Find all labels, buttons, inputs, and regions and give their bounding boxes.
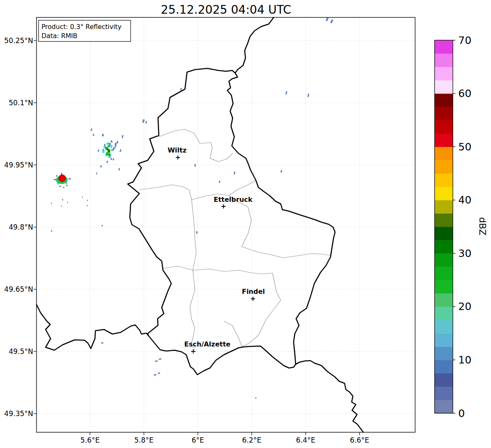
radar-echo-cell bbox=[62, 199, 63, 201]
y-axis-labels: 50.25°N 50.1°N 49.95°N 49.8°N 49.65°N 49… bbox=[4, 36, 33, 418]
colorbar-segment bbox=[435, 346, 453, 360]
radar-echo-cell bbox=[67, 202, 68, 203]
radar-echo-cell bbox=[106, 152, 109, 155]
radar-echo-cell bbox=[108, 150, 109, 152]
radar-echo-cell bbox=[255, 397, 256, 399]
radar-echo-cell bbox=[119, 168, 120, 170]
colorbar-segment bbox=[435, 40, 453, 54]
colorbar-segment bbox=[435, 266, 453, 280]
radar-echo-cell bbox=[109, 153, 111, 156]
colorbar-segment bbox=[435, 213, 453, 227]
product-info-box: Product: 0.3° Reflectivity Data: RMIB bbox=[39, 20, 131, 41]
cbar-tick: 20 bbox=[458, 300, 472, 312]
colorbar-segment bbox=[435, 387, 453, 400]
colorbar-tick-labels: 70 60 50 40 30 20 10 0 bbox=[458, 34, 472, 419]
colorbar-segment bbox=[435, 53, 453, 67]
x-tick: 6°E bbox=[192, 436, 204, 444]
colorbar-segment bbox=[435, 320, 453, 334]
city-label: Esch/Alzette bbox=[184, 340, 231, 348]
radar-echo-cell bbox=[104, 144, 105, 146]
cbar-tick: 50 bbox=[458, 141, 472, 153]
y-tick: 50.1°N bbox=[9, 99, 33, 107]
cbar-tick: 10 bbox=[458, 354, 472, 366]
colorbar-segment bbox=[435, 253, 453, 267]
city-label: Ettelbruck bbox=[214, 196, 253, 203]
y-tick: 49.8°N bbox=[9, 223, 33, 231]
cbar-tick: 60 bbox=[458, 87, 472, 99]
colorbar-segment bbox=[435, 120, 453, 134]
y-tick: 49.95°N bbox=[4, 161, 33, 169]
radar-echo-cell bbox=[68, 178, 71, 179]
radar-echo-cell bbox=[281, 170, 282, 173]
colorbar-segment bbox=[435, 240, 453, 254]
radar-echo-cell bbox=[102, 225, 103, 226]
colorbar-segment bbox=[435, 67, 453, 80]
radar-echo-cell bbox=[111, 149, 113, 151]
radar-echo-cell bbox=[111, 158, 112, 160]
y-tick: 49.5°N bbox=[9, 347, 33, 356]
cbar-tick: 70 bbox=[458, 34, 472, 46]
radar-echo-cell bbox=[82, 196, 83, 198]
colorbar-segment bbox=[435, 147, 453, 160]
colorbar-segment bbox=[435, 307, 453, 320]
product-line: Product: 0.3° Reflectivity bbox=[41, 23, 122, 31]
x-tick: 5.8°E bbox=[134, 436, 153, 444]
x-tick: 5.6°E bbox=[80, 436, 100, 444]
x-axis-labels: 5.6°E 5.8°E 6°E 6.2°E 6.4°E 6.6°E bbox=[80, 436, 369, 444]
city-label: Findel bbox=[242, 288, 265, 295]
cbar-tick: 30 bbox=[458, 247, 472, 259]
data-source-line: Data: RMIB bbox=[41, 32, 78, 40]
radar-echo-core bbox=[59, 175, 66, 182]
colorbar-tick-marks bbox=[453, 40, 455, 413]
radar-echo-cell bbox=[51, 230, 52, 232]
colorbar-segment bbox=[435, 360, 453, 373]
colorbar-segments bbox=[435, 40, 453, 414]
radar-echo-cell bbox=[87, 200, 88, 201]
x-tick: 6.6°E bbox=[350, 436, 369, 444]
radar-echo-cell bbox=[219, 181, 220, 183]
colorbar-segment bbox=[435, 187, 453, 201]
x-tick: 6.2°E bbox=[242, 436, 261, 444]
colorbar-segment bbox=[435, 373, 453, 387]
x-tick: 6.4°E bbox=[296, 436, 315, 444]
colorbar-segment bbox=[435, 200, 453, 214]
radar-echo-cell bbox=[63, 187, 64, 188]
figure-canvas: 25.12.2025 04:04 UTC WiltzEttelbruckFind… bbox=[0, 0, 491, 448]
radar-echo-cell bbox=[108, 145, 110, 147]
radar-echo-cell bbox=[59, 186, 61, 187]
colorbar-segment bbox=[435, 333, 453, 347]
colorbar-segment bbox=[435, 173, 453, 187]
radar-echo-cell bbox=[87, 205, 88, 206]
colorbar-segment bbox=[435, 94, 453, 107]
radar-echo-cell bbox=[61, 205, 62, 206]
radar-echo-cell bbox=[107, 148, 108, 149]
plot-background bbox=[36, 17, 415, 432]
y-tick: 50.25°N bbox=[4, 36, 33, 45]
radar-echo-cell bbox=[51, 203, 52, 204]
colorbar-segment bbox=[435, 160, 453, 174]
radar-echo-cell bbox=[234, 172, 236, 174]
radar-echo-cell bbox=[102, 150, 105, 153]
colorbar: 70 60 50 40 30 20 10 0 dBZ bbox=[435, 34, 488, 419]
city-label: Wiltz bbox=[168, 146, 187, 154]
colorbar-segment bbox=[435, 133, 453, 147]
figure-title: 25.12.2025 04:04 UTC bbox=[161, 3, 291, 17]
cbar-tick: 0 bbox=[458, 407, 465, 419]
cbar-tick: 40 bbox=[458, 194, 472, 206]
colorbar-segment bbox=[435, 107, 453, 121]
y-tick: 49.65°N bbox=[4, 285, 33, 293]
colorbar-segment bbox=[435, 400, 453, 414]
colorbar-segment bbox=[435, 280, 453, 294]
radar-echo-cell bbox=[100, 165, 102, 167]
radar-echo-cell bbox=[196, 231, 197, 234]
colorbar-segment bbox=[435, 227, 453, 240]
y-tick: 49.35°N bbox=[4, 409, 33, 418]
colorbar-segment bbox=[435, 293, 453, 307]
radar-echo-cell bbox=[101, 342, 103, 344]
radar-echo-cell bbox=[107, 143, 109, 145]
radar-figure: 25.12.2025 04:04 UTC WiltzEttelbruckFind… bbox=[0, 0, 491, 448]
radar-echo-cell bbox=[194, 164, 196, 167]
colorbar-unit-label: dBZ bbox=[477, 217, 488, 235]
radar-echo-cell bbox=[117, 141, 118, 143]
colorbar-segment bbox=[435, 80, 453, 94]
